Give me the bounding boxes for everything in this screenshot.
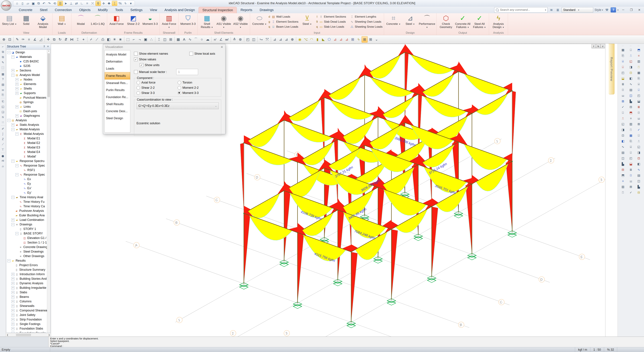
tree-item-time-history-anal[interactable]: −▰Time History Anal (6, 195, 47, 200)
overflow-icon[interactable]: ⌄ (374, 36, 379, 42)
tree-item-joint-safety[interactable]: +▯Joint Safety (6, 313, 47, 317)
as2-visible-button[interactable]: ◉AS2 Visible ▼ (232, 14, 248, 29)
right-toolbar-icon-0-24[interactable]: ▥ (620, 184, 626, 189)
right-toolbar-icon-2-10[interactable]: ≣ (636, 104, 642, 110)
array-icon[interactable]: ⧉ (51, 36, 57, 42)
slab-live-loads-button[interactable]: q▭Slab Live Loads (316, 25, 346, 29)
tree-item-c25-b420c[interactable]: ■C25 B420C (6, 59, 47, 64)
right-toolbar-icon-1-16[interactable]: ⎘ (628, 139, 634, 144)
tree-item-building-stories-and[interactable]: +▯Building Stories And (6, 276, 47, 281)
collapse-icon[interactable]: − (8, 119, 10, 122)
report-preview-tab[interactable]: Report Preview (608, 44, 614, 94)
grid-icon[interactable]: ⊞ (168, 36, 174, 42)
chart-p-icon[interactable]: ⊿ (338, 36, 344, 42)
radio-icon[interactable] (136, 91, 140, 95)
concrete-input-button[interactable]: ⬭Concrete ▼ (252, 14, 268, 26)
fillet-icon[interactable]: ⌐ (131, 36, 137, 42)
tree-item-base-story[interactable]: −▯BASE STORY (6, 231, 47, 236)
right-toolbar-icon-0-1[interactable]: ⎘ (620, 53, 626, 58)
dialog-nav-loads[interactable]: Loads (105, 65, 130, 72)
right-toolbar-icon-1-23[interactable]: ⚍ (628, 178, 634, 184)
analysis-model-button[interactable]: ⬙Analysis Model (35, 14, 51, 29)
select-table-icon[interactable]: ▦ (0, 72, 5, 76)
axial-force-radio[interactable]: Axial force (136, 81, 178, 84)
right-toolbar-icon-2-18[interactable]: ◨ (636, 150, 642, 155)
expand-icon[interactable]: + (12, 277, 14, 280)
polyline-icon[interactable]: ∿ (187, 36, 193, 42)
layers-icon[interactable]: ≋ (549, 8, 554, 12)
auto-abc-icon[interactable]: ᴬᴮ (0, 159, 5, 164)
radio-icon[interactable] (136, 86, 140, 90)
tree-item-shearwalls[interactable]: +▯Shearwalls (6, 304, 47, 308)
right-toolbar-icon-1-12[interactable]: ⌗ (628, 116, 634, 121)
right-toolbar-icon-0-15[interactable]: ⊡ (620, 133, 626, 138)
collapse-icon[interactable]: − (16, 232, 18, 235)
right-toolbar-icon-1-10[interactable]: ⊟ (628, 104, 634, 110)
expand-icon[interactable]: + (12, 296, 14, 298)
tree-item-foundation-slabs[interactable]: +▯Foundation Slabs (6, 326, 47, 331)
element-lengths-button[interactable]: ⌶Element Lengths (347, 14, 382, 19)
wall-loads-button[interactable]: ▤Wall ▼ (54, 14, 70, 26)
right-toolbar-icon-1-20[interactable]: ⬓ (628, 162, 634, 166)
right-toolbar-icon-1-4[interactable]: ⊡ (628, 70, 634, 75)
tree-item-structure-summary[interactable]: ▯Structure Summary (6, 268, 47, 272)
tree-item-s235[interactable]: ■S235 (6, 64, 47, 68)
angle-dim-icon[interactable]: ∠ (218, 36, 224, 42)
measure-angle-icon[interactable]: ∡ (32, 36, 38, 42)
radio-icon[interactable] (178, 91, 181, 95)
viewport-y-button[interactable]: Y (592, 44, 596, 48)
tab-concrete[interactable]: Concrete (15, 7, 36, 13)
stair-icon[interactable]: ⌥ (303, 36, 308, 42)
dimension-icon[interactable]: ⌶ (156, 36, 162, 42)
expand-icon[interactable]: + (12, 300, 14, 303)
collapse-icon[interactable]: − (8, 259, 10, 262)
viewport-n-button[interactable]: N (596, 44, 600, 48)
tree-item-other-drawings[interactable]: ≡Other Drawings (6, 254, 47, 258)
right-toolbar-icon-2-16[interactable]: ⎍ (636, 139, 642, 144)
expand-icon[interactable]: + (12, 282, 14, 285)
arc-icon[interactable]: ⌒ (193, 36, 199, 42)
dialog-nav-frame-results[interactable]: Frame Results (105, 72, 130, 80)
corner-window-icon[interactable]: ⌐ (0, 44, 5, 49)
right-toolbar-icon-2-4[interactable]: ▦ (636, 70, 642, 75)
right-toolbar-icon-2-11[interactable]: ⌼ (636, 110, 642, 115)
tab-objects[interactable]: Objects (76, 7, 94, 13)
right-toolbar-icon-0-13[interactable]: ◱ (620, 122, 626, 126)
dialog-nav-deformation[interactable]: Deformation (105, 58, 130, 65)
render-settings-icon[interactable]: ⚒ (604, 8, 609, 12)
status-scale[interactable]: 1 : 50 (590, 347, 604, 352)
move-icon[interactable]: ✛ (46, 36, 51, 42)
right-toolbar-icon-0-7[interactable]: ⌼ (620, 87, 626, 92)
steel-design-button[interactable]: ⊿Steel ▼ (402, 14, 418, 26)
tree-item-single-footings[interactable]: +▯Single Footings (6, 322, 47, 326)
group-icon[interactable]: ⬚ (125, 36, 131, 42)
tree-item-modal-analysis[interactable]: −▰Modal Analysis (6, 127, 47, 132)
report-page-icon[interactable]: ▤ (0, 82, 5, 87)
tree-item-strip-foundation[interactable]: +▯Strip Foundation (6, 317, 47, 322)
checkbox-icon[interactable]: ✓ (140, 63, 144, 67)
purlin-moment-33-button[interactable]: ⛉Moment 3-3 (180, 14, 196, 26)
dropper-icon[interactable]: ✑ (20, 36, 26, 42)
expand-icon[interactable]: + (16, 105, 18, 108)
element-sections-input-button[interactable]: g⌶Element Sections (268, 20, 298, 24)
tree-item-time-history-fu[interactable]: ∿Time History Fu (6, 200, 47, 204)
tree-item-section-1-1-1[interactable]: ◫Section 1 / 1-1 (6, 240, 47, 245)
right-toolbar-icon-2-8[interactable]: ◰ (636, 93, 642, 98)
right-toolbar-icon-2-24[interactable]: ▙ (636, 184, 642, 189)
snap-center-icon[interactable]: ⌖ (81, 36, 86, 42)
steel-element-sections-button[interactable]: IⅡElement Sections (316, 14, 346, 19)
tree-item-springs[interactable]: ◍Springs (6, 100, 47, 104)
right-toolbar-icon-1-17[interactable]: ⌸ (628, 144, 634, 150)
area-icon[interactable]: ㎡ (212, 36, 218, 42)
restore-button[interactable]: ❐ (628, 8, 634, 12)
collapse-icon[interactable]: − (12, 128, 14, 131)
tree-item-ey[interactable]: ∿Ey (6, 182, 47, 186)
tree-item-analysis[interactable]: −▤Analysis (6, 118, 47, 122)
right-toolbar-icon-0-14[interactable]: ◨ (620, 127, 626, 132)
scroll-left-icon[interactable]: ❮ (6, 334, 9, 336)
tree-item-columns[interactable]: +▯Columns (6, 299, 47, 304)
tree-item-punctual-masses[interactable]: ▰Punctual Masses (6, 96, 47, 100)
slab-dead-loads-button[interactable]: 9▭Slab Dead Loads (316, 20, 346, 24)
right-toolbar-icon-2-23[interactable]: ◫ (636, 178, 642, 184)
check-geometry-button[interactable]: ⬡Check Geometry (438, 14, 454, 29)
